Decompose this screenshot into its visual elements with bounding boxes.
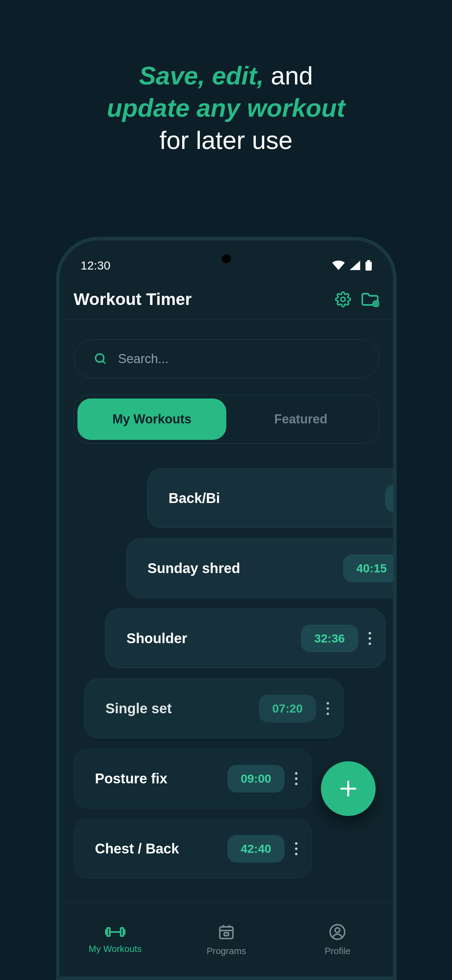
status-time: 12:30 [81,259,110,272]
nav-label: Profile [325,946,350,956]
row-menu-button[interactable] [295,772,298,785]
plus-icon [338,778,359,799]
workout-tabs: My Workouts Featured [73,395,379,444]
workout-duration-chip: 40:15 [343,555,396,582]
workout-row[interactable]: Back/Bi 45:32 [147,468,396,528]
tab-my-workouts[interactable]: My Workouts [78,399,226,440]
phone-frame: 12:30 Workout Timer My Workouts Featured… [56,237,396,980]
bottom-nav: My Workouts Programs Profile [60,903,393,977]
dumbbell-icon [105,925,126,939]
battery-icon [365,260,372,270]
nav-my-workouts[interactable]: My Workouts [60,903,170,977]
page-title: Workout Timer [73,290,325,309]
workout-name: Back/Bi [169,490,374,506]
calendar-icon [218,923,235,941]
row-menu-button[interactable] [369,632,371,645]
workout-name: Chest / Back [95,841,217,857]
gear-icon [335,291,351,307]
svg-rect-10 [105,930,107,934]
cell-signal-icon [350,261,360,270]
workout-name: Posture fix [95,771,217,786]
app-header: Workout Timer [73,290,379,309]
svg-point-4 [95,354,104,362]
workout-duration-chip: 32:36 [301,625,358,652]
tab-featured[interactable]: Featured [226,399,375,440]
headline-text-1: and [264,62,313,90]
search-bar[interactable] [73,339,379,379]
svg-line-5 [103,361,105,364]
workout-name: Single set [105,701,248,716]
workout-name: Shoulder [126,630,290,646]
header-divider [60,319,393,320]
workout-duration-chip: 42:40 [228,835,285,862]
svg-rect-0 [367,260,370,262]
wifi-icon [332,261,345,270]
new-folder-icon [361,292,379,307]
status-icons [332,260,372,270]
headline-text-2: for later use [159,126,293,154]
workout-row[interactable]: Single set 07:20 [84,679,344,738]
status-bar: 12:30 [81,256,372,274]
svg-point-2 [341,297,345,301]
svg-rect-11 [124,930,125,934]
workout-name: Sunday shred [148,560,333,576]
marketing-headline: Save, edit, and update any workout for l… [0,60,452,156]
headline-accent-1: Save, edit, [139,62,264,90]
svg-rect-17 [224,933,229,935]
profile-icon [329,923,346,941]
nav-profile[interactable]: Profile [282,903,393,977]
new-folder-button[interactable] [361,292,379,307]
workout-row[interactable]: Shoulder 32:36 [105,608,385,668]
workout-row[interactable]: Sunday shred 40:15 [126,538,396,598]
nav-programs[interactable]: Programs [170,903,282,977]
search-input[interactable] [118,352,359,366]
settings-button[interactable] [335,291,351,307]
search-icon [94,352,108,366]
workout-duration-chip: 07:20 [259,695,316,722]
nav-label: Programs [207,946,246,956]
row-menu-button[interactable] [326,702,329,715]
workout-row[interactable]: Chest / Back 42:40 [73,819,312,878]
row-menu-button[interactable] [295,842,298,855]
headline-accent-2: update any workout [107,94,345,122]
svg-rect-1 [366,262,372,271]
workout-duration-chip: 45:32 [385,484,396,512]
svg-point-19 [335,928,340,932]
workout-duration-chip: 09:00 [228,765,285,792]
workout-row[interactable]: Posture fix 09:00 [73,749,312,808]
nav-label: My Workouts [89,943,142,955]
add-workout-fab[interactable] [321,761,376,816]
